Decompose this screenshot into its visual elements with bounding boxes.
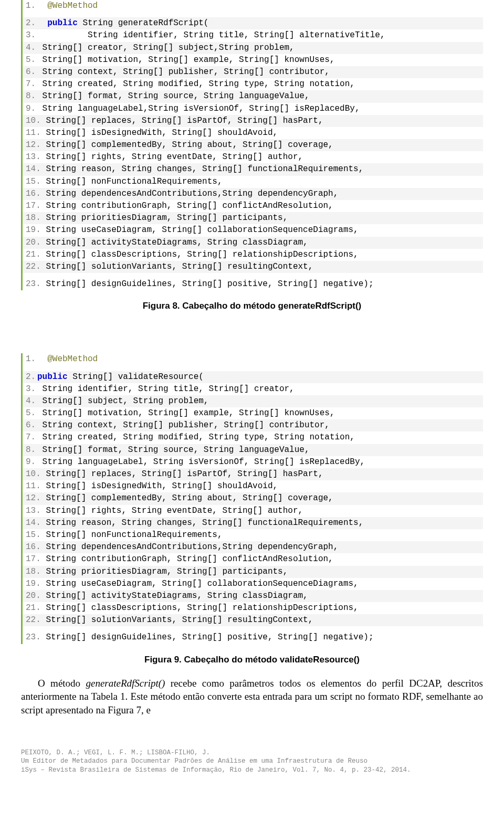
line-number: 15. — [26, 529, 41, 541]
code-line: 13. String[] rights, String eventDate, S… — [23, 505, 483, 517]
line-number: 22. — [26, 614, 41, 626]
code-line: 11. String[] isDesignedWith, String[] sh… — [23, 127, 483, 139]
code-line: 3. String identifier, String title, Stri… — [23, 29, 483, 41]
code-line: 6. String context, String[] publisher, S… — [23, 66, 483, 78]
code-line: 20. String[] activityStateDiagrams, Stri… — [23, 237, 483, 249]
line-number: 12. — [26, 492, 41, 504]
line-number: 15. — [26, 176, 41, 188]
code-line: 16. String dependencesAndContributions,S… — [23, 188, 483, 200]
line-number: 5. — [26, 407, 37, 419]
code-line: 4. String[] subject, String problem, — [23, 395, 483, 407]
code-line: 14. String reason, String changes, Strin… — [23, 517, 483, 529]
line-number: 18. — [26, 212, 41, 224]
code-line: 7. String created, String modified, Stri… — [23, 431, 483, 444]
code-line: 21. String[] classDescriptions, String[]… — [23, 602, 483, 614]
line-number: 2. — [26, 371, 37, 383]
code-line: 18. String prioritiesDiagram, String[] p… — [23, 212, 483, 224]
code-line: 9. String languageLabel, String isVersio… — [23, 456, 483, 468]
line-number: 5. — [26, 54, 37, 66]
footer-line-2: Um Editor de Metadados para Documentar P… — [21, 757, 483, 766]
line-number: 16. — [26, 541, 41, 553]
code-line: 21. String[] classDescriptions, String[]… — [23, 249, 483, 261]
figure-8-caption: Figura 8. Cabeçalho do método generateRd… — [21, 301, 483, 311]
annotation-keyword: @WebMethod — [47, 354, 98, 364]
line-number: 16. — [26, 188, 41, 200]
body-paragraph: O método generateRdfScript() recebe como… — [21, 677, 483, 717]
line-number: 3. — [26, 29, 37, 41]
line-number: 4. — [26, 395, 37, 407]
code-figure-9: 1. @WebMethod2.public String[] validateR… — [21, 353, 483, 644]
code-line: 3. String identifier, String title, Stri… — [23, 383, 483, 395]
code-line: 1. @WebMethod — [23, 353, 483, 365]
code-line: 22. String[] solutionVariants, String[] … — [23, 261, 483, 273]
code-line: 13. String[] rights, String eventDate, S… — [23, 151, 483, 163]
code-line: 10. String[] replaces, String[] isPartOf… — [23, 115, 483, 127]
code-line: 12. String[] complementedBy, String abou… — [23, 139, 483, 151]
line-number: 19. — [26, 224, 41, 236]
code-line: 23. String[] designGuidelines, String[] … — [23, 278, 483, 290]
code-figure-8: 1. @WebMethod2. public String generateRd… — [21, 0, 483, 290]
code-line: 5. String[] motivation, String[] example… — [23, 54, 483, 66]
code-line: 8. String[] format, String source, Strin… — [23, 90, 483, 102]
line-number: 10. — [26, 468, 41, 480]
footer-line-1: PEIXOTO, D. A.; VEGI, L. F. M.; LISBOA-F… — [21, 749, 483, 757]
line-number: 2. — [26, 17, 37, 29]
line-number: 17. — [26, 200, 41, 212]
line-number: 9. — [26, 456, 37, 468]
public-keyword: public — [47, 18, 78, 28]
code-line: 2.public String[] validateResource( — [23, 371, 483, 383]
line-number: 10. — [26, 115, 41, 127]
line-number: 19. — [26, 578, 41, 590]
line-number: 1. — [26, 353, 37, 365]
code-line: 22. String[] solutionVariants, String[] … — [23, 614, 483, 626]
line-number: 20. — [26, 590, 41, 602]
code-line: 12. String[] complementedBy, String abou… — [23, 492, 483, 504]
code-line: 19. String useCaseDiagram, String[] coll… — [23, 578, 483, 590]
line-number: 21. — [26, 602, 41, 614]
line-number: 18. — [26, 566, 41, 578]
line-number: 9. — [26, 103, 37, 115]
body-text-a: O método — [38, 678, 86, 689]
line-number: 11. — [26, 127, 41, 139]
code-line: 15. String[] nonFunctionalRequirements, — [23, 176, 483, 188]
code-line: 18. String prioritiesDiagram, String[] p… — [23, 566, 483, 578]
line-number: 13. — [26, 151, 41, 163]
line-number: 21. — [26, 249, 41, 261]
line-number: 14. — [26, 163, 41, 175]
public-keyword: public — [37, 372, 68, 382]
code-line: 16. String dependencesAndContributions,S… — [23, 541, 483, 553]
code-line: 17. String contributionGraph, String[] c… — [23, 200, 483, 212]
line-number: 23. — [26, 278, 41, 290]
line-number: 22. — [26, 261, 41, 273]
code-line: 11. String[] isDesignedWith, String[] sh… — [23, 480, 483, 492]
line-number: 17. — [26, 553, 41, 565]
line-number: 7. — [26, 431, 37, 444]
code-line: 14. String reason, String changes, Strin… — [23, 163, 483, 175]
figure-9-caption: Figura 9. Cabeçalho do método validateRe… — [21, 655, 483, 665]
code-line: 5. String[] motivation, String[] example… — [23, 407, 483, 419]
code-line: 10. String[] replaces, String[] isPartOf… — [23, 468, 483, 480]
line-number: 6. — [26, 66, 37, 78]
line-number: 8. — [26, 444, 37, 456]
line-number: 23. — [26, 631, 41, 644]
line-number: 1. — [26, 0, 37, 12]
line-number: 4. — [26, 42, 37, 54]
line-number: 11. — [26, 480, 41, 492]
line-number: 3. — [26, 383, 37, 395]
annotation-keyword: @WebMethod — [47, 1, 98, 10]
code-line: 15. String[] nonFunctionalRequirements, — [23, 529, 483, 541]
line-number: 13. — [26, 505, 41, 517]
code-line: 4. String[] creator, String[] subject,St… — [23, 42, 483, 54]
page-footer: PEIXOTO, D. A.; VEGI, L. F. M.; LISBOA-F… — [21, 749, 483, 775]
body-text-em: generateRdfScript() — [86, 678, 165, 689]
line-number: 12. — [26, 139, 41, 151]
line-number: 6. — [26, 419, 37, 431]
code-line: 6. String context, String[] publisher, S… — [23, 419, 483, 431]
line-number: 7. — [26, 78, 37, 90]
line-number: 20. — [26, 237, 41, 249]
line-number: 8. — [26, 90, 37, 102]
code-line: 7. String created, String modified, Stri… — [23, 78, 483, 90]
footer-line-3: iSys – Revista Brasileira de Sistemas de… — [21, 766, 483, 775]
line-number: 14. — [26, 517, 41, 529]
code-line: 23. String[] designGuidelines, String[] … — [23, 631, 483, 644]
